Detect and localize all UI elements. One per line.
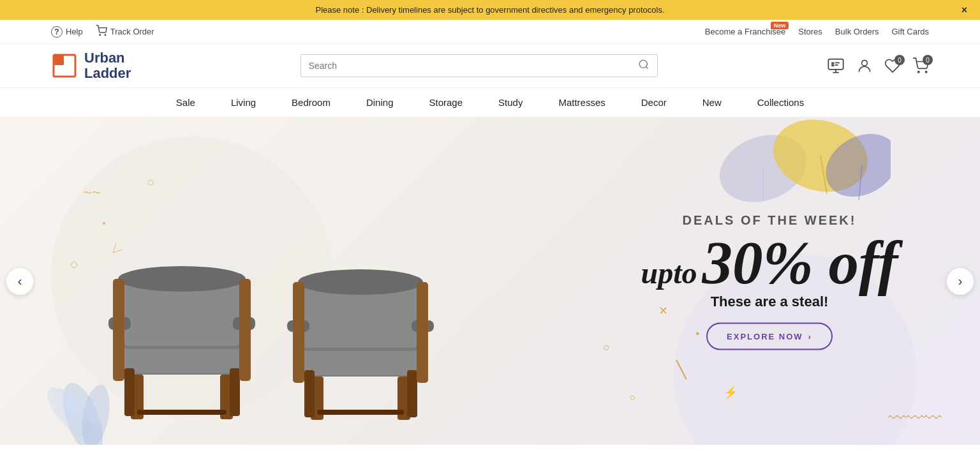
svg-point-0: [100, 34, 101, 36]
deco-circle1: ○: [147, 175, 154, 190]
utility-bar-right: New Become a Franchisee Stores Bulk Orde…: [705, 27, 929, 36]
chair-1: [99, 241, 265, 426]
stores-link[interactable]: Stores: [798, 27, 822, 36]
explore-label: EXPLORE NOW: [727, 331, 803, 341]
svg-point-6: [862, 61, 868, 66]
nav-decor[interactable]: Decor: [623, 88, 685, 117]
announcement-bar: Please note : Delivery timelines are sub…: [0, 0, 980, 20]
logo-brand: Urban: [84, 50, 131, 66]
svg-point-7: [918, 71, 919, 73]
nav-collections[interactable]: Collections: [739, 88, 822, 117]
announcement-text: Please note : Delivery timelines are sub…: [316, 5, 665, 15]
svg-rect-44: [317, 410, 404, 415]
svg-rect-45: [293, 282, 304, 383]
nav-dining[interactable]: Dining: [348, 88, 412, 117]
franchisee-link[interactable]: New Become a Franchisee: [705, 27, 785, 36]
deco-bolt: ⚡: [724, 385, 738, 399]
svg-rect-43: [407, 370, 417, 417]
deco-circle3: ○: [629, 392, 635, 403]
utility-bar-left: ? Help Track Order: [51, 25, 154, 38]
logo[interactable]: Urban Ladder: [51, 50, 131, 81]
svg-point-8: [926, 71, 927, 73]
search-button[interactable]: [638, 59, 650, 73]
deco-dot1: ●: [102, 220, 106, 227]
gift-cards-label: Gift Cards: [891, 27, 929, 36]
deals-title: DEALS OF THE WEEK!: [635, 213, 903, 227]
hero-banner: 〜〜 ● ○ ◇ ╲╱ ●: [0, 117, 980, 445]
logo-icon: [51, 52, 78, 79]
utility-bar: ? Help Track Order New Become a Franchis…: [0, 20, 980, 44]
discount-text: 30% off: [702, 232, 898, 293]
help-link[interactable]: ? Help: [51, 26, 83, 38]
svg-rect-5: [828, 59, 843, 70]
nav-sale[interactable]: Sale: [158, 88, 213, 117]
explore-now-button[interactable]: EXPLORE NOW ›: [706, 322, 833, 350]
svg-point-23: [118, 266, 246, 292]
carousel-next-button[interactable]: ›: [947, 268, 974, 295]
logo-text: Urban Ladder: [84, 50, 131, 81]
search-input[interactable]: [309, 61, 633, 71]
nav-storage[interactable]: Storage: [411, 88, 480, 117]
main-header: Urban Ladder: [0, 44, 980, 88]
upto-text: upto: [641, 255, 697, 290]
svg-rect-30: [137, 410, 226, 415]
bulk-orders-link[interactable]: Bulk Orders: [835, 27, 879, 36]
help-icon: ?: [51, 26, 63, 38]
deco-wavy: 〰〰〰: [888, 408, 942, 429]
deco-circle2: ○: [603, 341, 610, 354]
wishlist-badge: 0: [895, 55, 905, 65]
svg-rect-29: [230, 368, 240, 416]
nav-new[interactable]: New: [685, 88, 739, 117]
promo-content: DEALS OF THE WEEK! upto 30% off These ar…: [635, 213, 903, 350]
svg-rect-28: [124, 368, 135, 416]
svg-rect-32: [239, 279, 251, 381]
header-actions: 0 0: [827, 57, 929, 75]
svg-point-4: [639, 60, 647, 68]
cart-icon[interactable]: 0: [912, 57, 929, 74]
svg-rect-34: [300, 347, 421, 375]
deco-zigzag: 〜〜: [83, 188, 101, 199]
nav-mattresses[interactable]: Mattresses: [540, 88, 623, 117]
help-label: Help: [66, 27, 83, 36]
main-nav: Sale Living Bedroom Dining Storage Study…: [0, 88, 980, 117]
svg-rect-46: [417, 282, 428, 383]
track-order-link[interactable]: Track Order: [96, 25, 154, 38]
track-order-label: Track Order: [110, 27, 154, 36]
track-order-icon: [96, 25, 107, 38]
stores-label: Stores: [798, 27, 822, 36]
svg-point-1: [105, 34, 106, 36]
gift-cards-link[interactable]: Gift Cards: [891, 27, 929, 36]
cart-badge: 0: [923, 55, 933, 65]
nav-living[interactable]: Living: [213, 88, 274, 117]
new-badge: New: [771, 22, 789, 29]
explore-arrow-icon: ›: [808, 331, 812, 341]
nav-study[interactable]: Study: [480, 88, 540, 117]
bulk-orders-label: Bulk Orders: [835, 27, 879, 36]
deco-dash2: ╲: [676, 360, 687, 380]
logo-sub: Ladder: [84, 66, 131, 81]
announcement-close[interactable]: ×: [961, 4, 967, 16]
svg-point-37: [298, 269, 423, 295]
discount-group: upto 30% off: [635, 232, 903, 293]
search-bar[interactable]: [301, 54, 658, 77]
wishlist-icon[interactable]: 0: [884, 57, 901, 74]
svg-rect-42: [304, 370, 315, 417]
svg-rect-3: [54, 55, 64, 65]
chairs-container: [99, 241, 443, 426]
account-icon[interactable]: [856, 57, 873, 74]
chair-2: [278, 241, 443, 426]
nav-bedroom[interactable]: Bedroom: [274, 88, 348, 117]
deco-diamond: ◇: [70, 258, 78, 270]
carousel-prev-button[interactable]: ‹: [6, 268, 33, 295]
svg-rect-31: [113, 279, 124, 381]
design-services-icon[interactable]: [827, 57, 845, 75]
